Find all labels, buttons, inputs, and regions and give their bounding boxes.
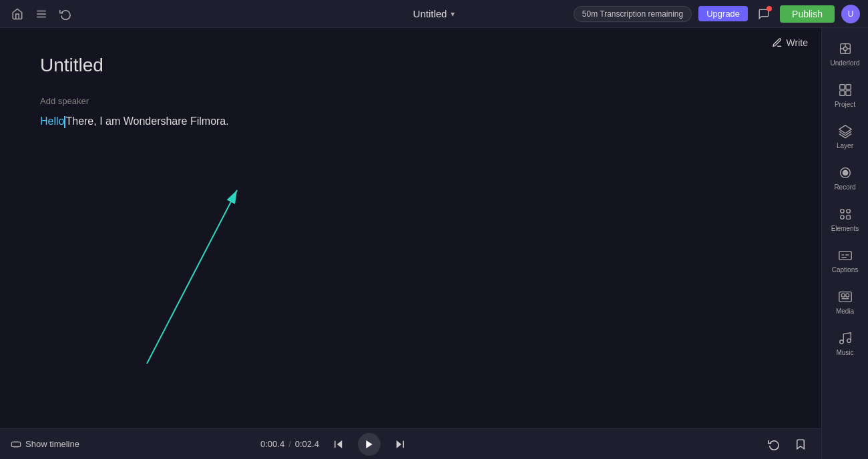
svg-rect-27 <box>846 215 850 219</box>
sidebar-item-record-label: Record <box>834 183 855 191</box>
add-speaker-button[interactable]: Add speaker <box>40 96 781 106</box>
canvas-area: Write Untitled Add speaker HelloThere, I… <box>0 28 821 459</box>
upgrade-button[interactable]: Upgrade <box>698 6 748 21</box>
transcription-text: 50m Transcription remaining <box>582 9 683 19</box>
sidebar-item-media[interactable]: Media <box>825 283 865 322</box>
svg-point-37 <box>847 339 851 343</box>
sidebar-item-project[interactable]: Project <box>825 76 865 115</box>
right-sidebar: Underlord Project Layer <box>821 28 868 459</box>
sidebar-item-music[interactable]: Music <box>825 324 865 363</box>
publish-button[interactable]: Publish <box>780 5 835 23</box>
sidebar-item-elements[interactable]: Elements <box>825 200 865 239</box>
menu-button[interactable] <box>32 5 51 23</box>
notification-dot <box>767 6 772 11</box>
project-title-area[interactable]: Untitled ▾ <box>413 8 455 19</box>
home-button[interactable] <box>8 5 27 23</box>
sidebar-item-media-label: Media <box>836 308 854 315</box>
project-title: Untitled <box>413 8 447 19</box>
svg-rect-28 <box>839 252 851 260</box>
current-time: 0:00.4 <box>260 439 284 449</box>
svg-marker-8 <box>366 440 372 448</box>
sidebar-item-captions[interactable]: Captions <box>825 242 865 280</box>
rewind-button[interactable] <box>764 434 784 454</box>
document-content: Untitled Add speaker HelloThere, I am Wo… <box>0 28 821 428</box>
bottom-bar: Show timeline 0:00.4 / 0:02.4 <box>0 428 821 459</box>
svg-rect-32 <box>839 292 851 302</box>
sidebar-item-project-label: Project <box>835 101 855 108</box>
svg-rect-5 <box>11 442 20 446</box>
transcript-text: HelloThere, I am Wondershare Filmora. <box>40 113 781 130</box>
svg-marker-9 <box>397 440 402 448</box>
svg-rect-34 <box>845 294 849 297</box>
svg-rect-20 <box>845 91 850 95</box>
record-icon <box>838 165 853 180</box>
avatar[interactable]: U <box>841 5 860 23</box>
play-button[interactable] <box>358 433 381 456</box>
timeline-icon <box>11 439 21 450</box>
sidebar-item-music-label: Music <box>836 349 853 356</box>
svg-point-12 <box>843 47 847 51</box>
svg-marker-21 <box>839 125 851 133</box>
project-icon <box>838 83 853 97</box>
layer-icon <box>838 124 853 139</box>
transcription-badge: 50m Transcription remaining <box>574 6 692 22</box>
sidebar-item-elements-label: Elements <box>831 225 859 232</box>
sidebar-item-layer[interactable]: Layer <box>825 117 865 156</box>
svg-point-26 <box>840 215 844 219</box>
svg-point-23 <box>843 170 847 175</box>
undo-button[interactable] <box>56 5 75 23</box>
time-display: 0:00.4 / 0:02.4 <box>260 439 319 449</box>
title-chevron-icon: ▾ <box>451 9 455 19</box>
svg-rect-19 <box>839 91 844 95</box>
skip-forward-button[interactable] <box>390 434 410 454</box>
svg-rect-33 <box>841 294 845 297</box>
bottom-right-controls <box>764 434 811 454</box>
svg-marker-6 <box>337 440 343 448</box>
svg-rect-18 <box>845 85 850 89</box>
sidebar-item-underlord[interactable]: Underlord <box>825 35 865 73</box>
topbar-left <box>8 5 75 23</box>
elements-icon <box>838 207 853 221</box>
playback-controls: 0:00.4 / 0:02.4 <box>260 433 410 456</box>
sidebar-item-record[interactable]: Record <box>825 159 865 197</box>
transcript-before-cursor: Hello <box>40 115 64 127</box>
sidebar-item-captions-label: Captions <box>832 266 858 274</box>
main-area: Write Untitled Add speaker HelloThere, I… <box>0 28 868 459</box>
music-icon <box>838 331 853 346</box>
time-separator: / <box>288 439 291 449</box>
svg-point-24 <box>840 209 844 213</box>
topbar: Untitled ▾ 50m Transcription remaining U… <box>0 0 868 28</box>
svg-point-25 <box>846 209 850 213</box>
total-time: 0:02.4 <box>295 439 319 449</box>
document-title[interactable]: Untitled <box>40 55 781 76</box>
skip-back-button[interactable] <box>329 434 349 454</box>
captions-icon <box>838 248 853 263</box>
show-timeline-label: Show timeline <box>25 439 79 449</box>
topbar-right: 50m Transcription remaining Upgrade Publ… <box>574 5 860 23</box>
show-timeline-button[interactable]: Show timeline <box>11 439 79 450</box>
svg-point-36 <box>839 340 843 344</box>
svg-rect-17 <box>839 85 844 89</box>
underlord-icon <box>838 41 853 56</box>
media-icon <box>838 290 853 304</box>
sidebar-item-underlord-label: Underlord <box>831 59 860 67</box>
comments-button[interactable] <box>754 5 773 23</box>
sidebar-item-layer-label: Layer <box>837 142 853 149</box>
bookmark-button[interactable] <box>791 434 811 454</box>
transcript-after-cursor: There, I am Wondershare Filmora. <box>65 115 228 127</box>
